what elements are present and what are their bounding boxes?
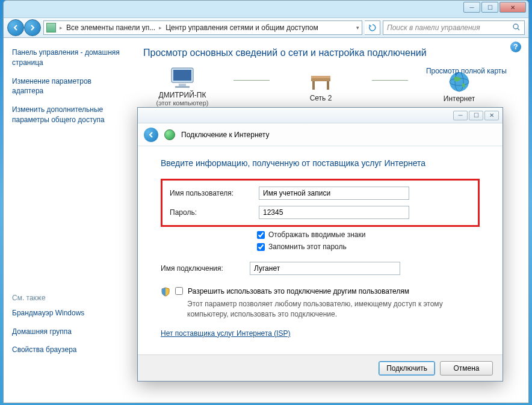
network-icon [308, 70, 334, 94]
search-placeholder: Поиск в панели управления [387, 23, 480, 32]
dialog-header: Подключение к Интернету [138, 123, 503, 146]
full-map-link[interactable]: Просмотр полной карты [426, 67, 507, 75]
connection-name-label: Имя подключения: [161, 264, 250, 273]
connection-line [234, 80, 270, 81]
internet-connection-dialog: ─ ☐ ✕ Подключение к Интернету Введите ин… [137, 107, 503, 382]
dialog-title: Подключение к Интернету [181, 131, 270, 139]
show-chars-label: Отображать вводимые знаки [268, 230, 365, 239]
forward-button[interactable] [24, 19, 41, 36]
sidebar-link-home[interactable]: Панель управления - домашняя страница [12, 48, 123, 68]
sidebar: Панель управления - домашняя страница Из… [4, 38, 131, 403]
svg-point-0 [513, 24, 518, 29]
search-input[interactable]: Поиск в панели управления [383, 20, 525, 35]
search-icon [512, 23, 521, 33]
allow-others-description: Этот параметр позволяет любому пользоват… [187, 299, 480, 320]
node-label: Интернет [420, 94, 498, 103]
password-input[interactable] [259, 206, 409, 219]
shield-icon [161, 287, 170, 297]
username-label: Имя пользователя: [170, 189, 259, 197]
chevron-down-icon[interactable]: ▾ [356, 25, 359, 31]
svg-rect-3 [179, 84, 186, 86]
svg-rect-2 [173, 70, 191, 81]
window-titlebar: ─ ☐ ✕ [4, 1, 528, 17]
help-icon[interactable]: ? [510, 42, 521, 52]
svg-rect-6 [311, 76, 330, 78]
username-input[interactable] [259, 187, 409, 200]
password-label: Пароль: [170, 208, 259, 217]
allow-others-label: Разрешить использовать это подключение д… [188, 287, 409, 295]
dialog-maximize-button[interactable]: ☐ [469, 111, 483, 120]
remember-password-checkbox[interactable] [257, 243, 265, 251]
minimize-button[interactable]: ─ [463, 2, 480, 13]
back-button[interactable] [7, 19, 24, 36]
sidebar-link-sharing[interactable]: Изменить дополнительные параметры общего… [12, 105, 123, 125]
see-also-header: См. также [12, 294, 123, 302]
no-isp-link[interactable]: Нет поставщика услуг Интернета (ISP) [161, 329, 291, 338]
dialog-titlebar: ─ ☐ ✕ [138, 108, 503, 123]
breadcrumb-item[interactable]: Центр управления сетями и общим доступом [165, 23, 318, 32]
remember-password-label: Запомнить этот пароль [268, 243, 347, 251]
dialog-back-button[interactable] [144, 128, 158, 142]
network-node-computer: ДМИТРИЙ-ПК (этот компьютер) [143, 66, 221, 107]
chevron-right-icon: ▸ [159, 25, 162, 31]
connect-button[interactable]: Подключить [379, 361, 435, 376]
sidebar-link-adapter[interactable]: Изменение параметров адаптера [12, 76, 123, 97]
page-title: Просмотр основных сведений о сети и наст… [143, 48, 516, 58]
sidebar-link-homegroup[interactable]: Домашняя группа [12, 327, 123, 337]
maximize-button[interactable]: ☐ [481, 2, 498, 13]
show-chars-checkbox[interactable] [257, 231, 265, 239]
connection-name-input[interactable] [250, 262, 400, 275]
network-node-lan: Сеть 2 [282, 70, 360, 102]
address-bar[interactable]: ▸ Все элементы панели уп... ▸ Центр упра… [43, 20, 362, 35]
refresh-button[interactable] [365, 20, 380, 35]
svg-rect-4 [175, 86, 190, 88]
dialog-footer: Подключить Отмена [138, 354, 503, 381]
dialog-body: Введите информацию, полученную от постав… [138, 146, 503, 338]
highlight-box: Имя пользователя: Пароль: [161, 179, 480, 227]
location-icon [46, 23, 56, 32]
allow-others-checkbox[interactable] [175, 287, 183, 295]
dialog-close-button[interactable]: ✕ [484, 111, 499, 120]
node-label: ДМИТРИЙ-ПК [143, 91, 221, 99]
svg-rect-8 [327, 81, 329, 90]
node-label: Сеть 2 [282, 94, 360, 102]
navigation-bar: ▸ Все элементы панели уп... ▸ Центр упра… [4, 17, 528, 38]
svg-rect-5 [311, 78, 330, 81]
breadcrumb-item[interactable]: Все элементы панели уп... [66, 23, 155, 32]
node-sublabel: (этот компьютер) [143, 99, 221, 107]
connection-line [372, 80, 408, 81]
computer-icon [168, 66, 197, 91]
globe-icon [164, 129, 175, 140]
dialog-heading: Введите информацию, полученную от постав… [161, 158, 480, 168]
dialog-minimize-button[interactable]: ─ [453, 111, 468, 120]
svg-rect-7 [312, 81, 315, 90]
cancel-button[interactable]: Отмена [440, 361, 493, 376]
chevron-right-icon: ▸ [60, 25, 63, 31]
close-button[interactable]: ✕ [500, 2, 526, 13]
sidebar-link-firewall[interactable]: Брандмауэр Windows [12, 308, 123, 318]
sidebar-link-browser[interactable]: Свойства браузера [12, 345, 123, 355]
